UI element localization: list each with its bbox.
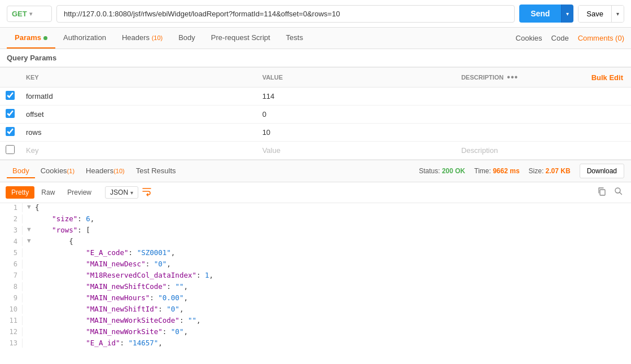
tab-comments[interactable]: Comments (0) [578,34,624,42]
toolbar-right-icons [595,186,625,199]
line-content: "rows": [ [35,226,631,234]
params-active-dot [43,36,47,40]
line-content: { [35,237,631,245]
size-label: Size: 2.07 KB [529,167,571,175]
tab-headers[interactable]: Headers (10) [114,28,170,49]
line-number: 9 [0,293,23,302]
line-content: "MAIN_newWorkSite": "0", [35,327,631,336]
time-label: Time: 9662 ms [474,167,519,175]
col-header-key: KEY [20,68,257,87]
search-icon-button[interactable] [612,186,625,199]
line-content: "MAIN_newDesc": "0", [35,260,631,268]
params-more-options[interactable]: ••• [503,72,522,82]
copy-icon-button[interactable] [595,186,608,199]
top-bar: GET ▾ Send ▾ Save ▾ [0,0,631,28]
code-line: 12 "MAIN_newWorkSite": "0", [0,327,631,339]
tab-cookies[interactable]: Cookies [516,34,542,42]
param-checkbox-3[interactable] [6,145,15,154]
tab-authorization[interactable]: Authorization [55,28,114,49]
param-key-3: Key [20,142,257,160]
param-desc-2 [455,124,631,142]
line-content: "MAIN_newHours": "0.00", [35,293,631,302]
url-input[interactable] [56,5,515,23]
param-key-0: formatId [20,87,257,106]
response-code-area[interactable]: 1▼{2 "size": 6,3▼ "rows": [4▼ {5 "E_A_co… [0,203,631,350]
param-value-3: Value [257,142,456,160]
param-checkbox-1[interactable] [6,109,15,118]
save-dropdown-arrow[interactable]: ▾ [611,6,624,22]
tab-right-actions: Cookies Code Comments (0) [516,34,624,42]
code-line: 1▼{ [0,203,631,214]
code-line: 10 "MAIN_newShiftId": "0", [0,305,631,316]
send-button[interactable]: Send [519,5,561,23]
code-line: 7 "M18ReservedCol_dataIndex": 1, [0,271,631,282]
format-select[interactable]: JSON ▾ [105,186,138,199]
send-dropdown-arrow[interactable]: ▾ [561,5,573,23]
response-bar: Body Cookies(1) Headers(10) Test Results… [0,160,631,182]
save-button[interactable]: Save [579,6,611,22]
tab-tests[interactable]: Tests [278,28,311,49]
line-content: "E_A_id": "14657", [35,339,631,347]
line-number: 7 [0,271,23,280]
code-line: 9 "MAIN_newHours": "0.00", [0,293,631,305]
view-raw-button[interactable]: Raw [36,186,60,199]
wrap-icon-button[interactable] [142,186,152,199]
save-button-group: Save ▾ [578,5,624,23]
col-header-description: DESCRIPTION ••• Bulk Edit [455,68,631,87]
table-row: rows 10 [0,124,631,142]
status-label: Status: 200 OK [419,167,465,175]
tab-body[interactable]: Body [170,28,203,49]
line-arrow-icon[interactable]: ▼ [27,203,35,210]
table-row: Key Value Description [0,142,631,160]
view-preview-button[interactable]: Preview [62,186,97,199]
method-chevron-icon: ▾ [29,11,32,17]
line-number: 1 [0,203,23,212]
resp-tab-headers[interactable]: Headers(10) [80,164,130,178]
main-tab-nav: Params Authorization Headers (10) Body P… [0,28,631,49]
method-select[interactable]: GET ▾ [7,6,52,22]
view-pretty-button[interactable]: Pretty [6,186,34,199]
line-content: "MAIN_newWorkSiteCode": "", [35,316,631,324]
param-value-1: 0 [257,106,456,124]
send-button-group: Send ▾ [519,5,573,23]
line-number: 2 [0,214,23,223]
download-button[interactable]: Download [580,164,624,178]
line-number: 4 [0,237,23,246]
code-line: 6 "MAIN_newDesc": "0", [0,260,631,271]
svg-rect-0 [600,190,605,195]
format-chevron-icon: ▾ [130,190,133,196]
col-header-value: VALUE [257,68,456,87]
param-key-1: offset [20,106,257,124]
param-desc-3: Description [455,142,631,160]
line-arrow-icon[interactable]: ▼ [27,226,35,233]
param-checkbox-2[interactable] [6,127,15,136]
tab-params[interactable]: Params [7,28,55,49]
size-value: 2.07 KB [546,167,571,175]
table-row: offset 0 [0,106,631,124]
param-desc-1 [455,106,631,124]
line-number: 13 [0,339,23,348]
line-content: "E_A_code": "SZ0001", [35,248,631,257]
param-checkbox-0[interactable] [6,91,15,100]
resp-tab-body[interactable]: Body [7,164,35,178]
line-content: "MAIN_newShiftId": "0", [35,305,631,313]
line-content: "MAIN_newShiftCode": "", [35,282,631,291]
code-line: 11 "MAIN_newWorkSiteCode": "", [0,316,631,327]
line-content: { [35,203,631,212]
line-content: "size": 6, [35,214,631,223]
resp-tab-cookies[interactable]: Cookies(1) [35,164,80,178]
resp-tab-test-results[interactable]: Test Results [130,164,182,178]
method-label: GET [12,10,27,18]
line-arrow-icon[interactable]: ▼ [27,237,35,244]
line-number: 11 [0,316,23,325]
line-number: 5 [0,248,23,257]
line-number: 12 [0,327,23,336]
param-key-2: rows [20,124,257,142]
response-status-area: Status: 200 OK Time: 9662 ms Size: 2.07 … [419,164,624,178]
query-params-section-title: Query Params [0,49,631,67]
tab-prerequest[interactable]: Pre-request Script [203,28,278,49]
param-desc-0 [455,87,631,106]
bulk-edit-link[interactable]: Bulk Edit [591,73,625,82]
param-value-0: 114 [257,87,456,106]
tab-code[interactable]: Code [551,34,569,42]
